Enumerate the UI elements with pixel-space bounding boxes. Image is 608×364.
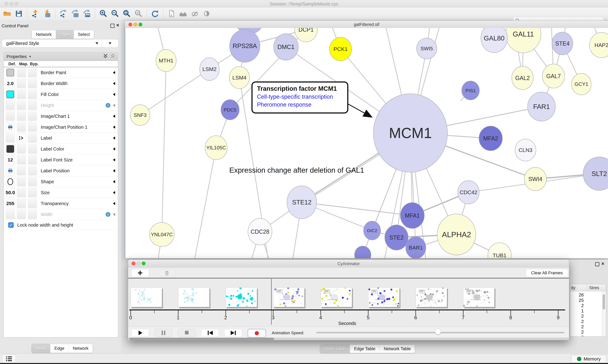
network-node-bar1[interactable]: BAR1 bbox=[406, 236, 426, 258]
property-row-label[interactable]: Label bbox=[4, 133, 118, 143]
network-node-cdc28[interactable]: CDC28 bbox=[248, 218, 272, 245]
property-row-label-color[interactable]: Label Color bbox=[4, 143, 118, 155]
table-cell-value[interactable]: 25 bbox=[571, 298, 584, 303]
add-frame-button[interactable] bbox=[131, 269, 149, 277]
empty-value-cell[interactable] bbox=[6, 101, 15, 110]
toolbar-homes-button[interactable] bbox=[178, 9, 188, 18]
delete-frame-button[interactable] bbox=[158, 269, 176, 277]
toolbar-zoom-fit-button[interactable] bbox=[122, 9, 132, 18]
toolbar-zoom-out-button[interactable] bbox=[110, 9, 120, 18]
frame-thumbnail-5[interactable] bbox=[368, 287, 400, 307]
pause-button[interactable] bbox=[154, 329, 172, 337]
expand-row-icon[interactable] bbox=[113, 147, 115, 151]
property-row-transparency[interactable]: 255Transparency bbox=[4, 198, 118, 209]
expand-row-icon[interactable] bbox=[113, 136, 115, 140]
color-swatch[interactable] bbox=[6, 68, 15, 77]
network-node-lsm4[interactable]: LSM4 bbox=[229, 66, 249, 89]
empty-value-cell[interactable] bbox=[17, 101, 26, 110]
property-row-fill-color[interactable]: Fill Color bbox=[4, 89, 118, 100]
empty-value-cell[interactable] bbox=[28, 188, 37, 197]
toolbar-export-image-button[interactable] bbox=[82, 9, 92, 18]
table-cell-value[interactable]: 2 bbox=[571, 324, 584, 329]
empty-value-cell[interactable] bbox=[28, 144, 37, 154]
expand-row-icon[interactable] bbox=[113, 213, 115, 216]
network-node-alpha2[interactable]: ALPHA2 bbox=[437, 214, 476, 255]
table-cell-value[interactable]: 2 bbox=[571, 313, 584, 319]
clear-all-frames-button[interactable]: Clear All Frames bbox=[526, 269, 568, 277]
empty-value-cell[interactable] bbox=[28, 79, 37, 88]
expand-row-icon[interactable] bbox=[113, 169, 115, 172]
empty-value-cell[interactable] bbox=[28, 68, 37, 77]
empty-value-cell[interactable] bbox=[28, 210, 37, 219]
network-node-gal11[interactable]: GAL11 bbox=[506, 28, 541, 53]
empty-value-cell[interactable] bbox=[28, 90, 37, 99]
frame-thumbnail-4[interactable] bbox=[321, 287, 352, 307]
network-node-slt2[interactable]: SLT2 bbox=[583, 157, 608, 190]
tab-network-table[interactable]: Network Table bbox=[380, 345, 415, 353]
empty-value-cell[interactable] bbox=[17, 155, 26, 164]
empty-value-cell[interactable] bbox=[28, 112, 37, 121]
network-node-ste4[interactable]: STE4 bbox=[552, 32, 573, 55]
network-node-pdc5[interactable]: PDC5 bbox=[221, 100, 239, 120]
expand-row-icon[interactable] bbox=[113, 180, 115, 183]
expand-row-icon[interactable] bbox=[113, 104, 115, 107]
empty-value-cell[interactable] bbox=[17, 199, 26, 208]
network-node-lsm2[interactable]: LSM2 bbox=[200, 58, 219, 80]
checkbox-checked-icon[interactable]: ✓ bbox=[8, 222, 14, 228]
table-cell-value[interactable]: 2 bbox=[571, 303, 584, 308]
empty-value-cell[interactable] bbox=[28, 101, 37, 110]
frame-thumbnail-2[interactable] bbox=[226, 287, 257, 307]
tab-edge[interactable]: Edge bbox=[50, 344, 69, 353]
info-icon[interactable]: i bbox=[106, 212, 110, 217]
network-window-titlebar[interactable]: galFiltered.sif bbox=[125, 21, 608, 28]
network-node-pck1[interactable]: PCK1 bbox=[330, 37, 352, 61]
node-table[interactable]: ity Stres 26252122222 bbox=[570, 284, 606, 341]
panel-list-button[interactable] bbox=[2, 355, 16, 363]
tab-node[interactable]: Node bbox=[32, 344, 50, 353]
expand-row-icon[interactable] bbox=[113, 126, 115, 129]
table-cell-value[interactable]: 2 bbox=[571, 329, 584, 335]
position-icon[interactable] bbox=[6, 166, 15, 175]
toolbar-save-button[interactable] bbox=[14, 9, 24, 18]
network-node-gal7[interactable]: GAL7 bbox=[542, 64, 565, 88]
toolbar-hide-eye-button[interactable] bbox=[190, 9, 200, 18]
empty-value-cell[interactable] bbox=[17, 68, 26, 77]
empty-value-cell[interactable] bbox=[28, 177, 37, 186]
default-value[interactable]: 255 bbox=[6, 199, 15, 208]
network-node-gcy1[interactable]: GCY1 bbox=[572, 73, 591, 95]
network-node-ste12[interactable]: STE12 bbox=[287, 186, 317, 219]
empty-value-cell[interactable] bbox=[17, 112, 26, 121]
network-node-mfa1[interactable]: MFA1 bbox=[400, 203, 424, 229]
tab-select[interactable]: Select bbox=[74, 30, 94, 39]
cyanimator-titlebar[interactable]: CyAnimator bbox=[128, 260, 569, 268]
style-options-button[interactable] bbox=[102, 39, 118, 47]
expand-row-icon[interactable] bbox=[113, 158, 115, 161]
expand-row-icon[interactable] bbox=[113, 71, 115, 74]
empty-value-cell[interactable] bbox=[17, 144, 26, 154]
network-node-far1[interactable]: FAR1 bbox=[527, 92, 555, 121]
network-node-mcm1[interactable]: MCM1 bbox=[373, 94, 447, 172]
network-node-gic2[interactable]: GIC2 bbox=[363, 221, 381, 240]
expand-row-icon[interactable] bbox=[113, 82, 115, 85]
empty-value-cell[interactable] bbox=[17, 166, 26, 175]
frame-thumbnail-0[interactable] bbox=[131, 287, 162, 307]
network-node-ynl047c[interactable]: YNL047C bbox=[150, 222, 174, 247]
collapse-all-icon[interactable] bbox=[110, 53, 115, 60]
toolbar-contrast-button[interactable] bbox=[202, 9, 211, 18]
expand-row-icon[interactable] bbox=[113, 202, 115, 205]
frame-thumbnail-1[interactable] bbox=[178, 287, 209, 307]
close-panel-icon[interactable]: × bbox=[116, 23, 119, 27]
tab-node-table[interactable]: Node Table bbox=[320, 345, 350, 353]
property-row-image-chart-position-1[interactable]: Image/Chart Position 1 bbox=[4, 122, 118, 133]
default-value[interactable]: 12 bbox=[6, 155, 15, 164]
table-cell-value[interactable]: 1 bbox=[571, 308, 584, 313]
property-row-height[interactable]: Heighti bbox=[4, 100, 118, 111]
skip-end-button[interactable] bbox=[224, 329, 242, 337]
property-row-border-width[interactable]: 2.0Border Width bbox=[4, 78, 118, 89]
property-row-size[interactable]: 50.0Size bbox=[4, 187, 118, 198]
memory-button[interactable]: Memory bbox=[571, 355, 607, 363]
tab-network[interactable]: Network bbox=[32, 30, 56, 39]
scrollbar-thumb[interactable] bbox=[129, 338, 274, 340]
record-button[interactable] bbox=[248, 329, 266, 338]
network-node-gal80[interactable]: GAL80 bbox=[481, 28, 508, 53]
